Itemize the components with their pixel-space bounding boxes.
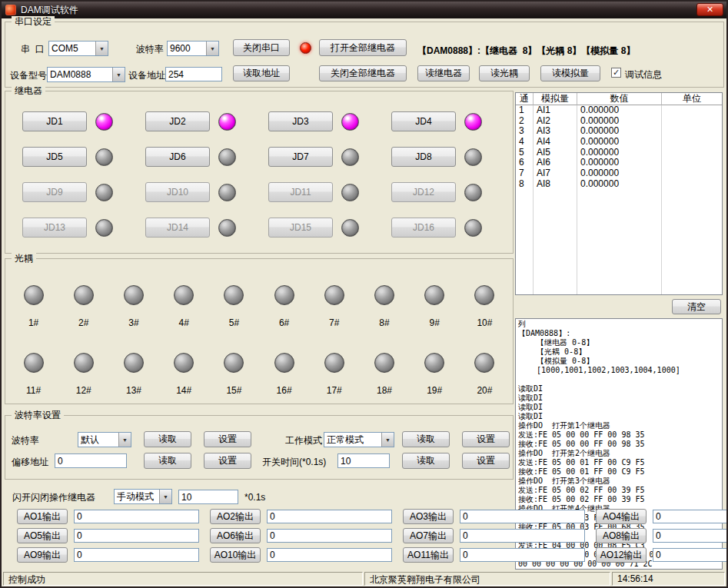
relay-cell: JD11 xyxy=(262,182,385,202)
analog-table-empty-cell xyxy=(662,263,722,274)
analog-table-empty-cell xyxy=(577,190,662,201)
offset-address-input[interactable] xyxy=(55,453,127,468)
analog-table-cell: 4 xyxy=(516,137,534,148)
switch-time-set-button[interactable]: 设置 xyxy=(462,453,510,469)
relay-button-jd7[interactable]: JD7 xyxy=(268,147,333,167)
ao12-output-input[interactable] xyxy=(653,548,728,562)
switch-time-read-button[interactable]: 读取 xyxy=(402,453,450,469)
device-address-input[interactable] xyxy=(165,67,222,81)
opto-label: 8# xyxy=(379,317,389,328)
relay-button-jd12[interactable]: JD12 xyxy=(391,182,456,202)
relay-light-jd11 xyxy=(341,184,359,201)
analog-table-empty-cell xyxy=(534,231,577,242)
baudrate-default-select[interactable]: 默认 ▼ xyxy=(78,432,131,447)
offset-read-button[interactable]: 读取 xyxy=(144,453,191,469)
relay-button-jd2[interactable]: JD2 xyxy=(145,111,210,131)
read-opto-button[interactable]: 读光耦 xyxy=(479,65,530,81)
clear-button[interactable]: 清空 xyxy=(672,299,721,314)
relay-button-jd16[interactable]: JD16 xyxy=(391,218,456,238)
relay-button-jd3[interactable]: JD3 xyxy=(268,111,333,131)
ao3-output-button[interactable]: AO3输出 xyxy=(403,509,454,524)
switch-time-input[interactable] xyxy=(337,453,390,468)
opto-label: 9# xyxy=(430,317,440,328)
opto-label: 11# xyxy=(26,385,41,396)
ao3-output-input[interactable] xyxy=(460,510,585,523)
analog-table: 通模拟量数值单位1AI10.0000002AI20.0000003AI30.00… xyxy=(515,92,723,295)
relay-button-jd6[interactable]: JD6 xyxy=(145,147,210,167)
opto-light-14 xyxy=(174,353,194,373)
work-mode-select[interactable]: 正常模式 ▼ xyxy=(324,432,394,447)
opto-light-13 xyxy=(124,353,144,373)
analog-table-cell: AI6 xyxy=(534,158,577,168)
ao7-output-input[interactable] xyxy=(460,529,585,543)
flash-time-input[interactable] xyxy=(178,490,238,504)
ao5-output-input[interactable] xyxy=(74,529,199,543)
close-all-relays-button[interactable]: 关闭全部继电器 xyxy=(319,65,407,81)
opto-label: 15# xyxy=(226,385,241,396)
analog-table-cell: 0.000000 xyxy=(577,179,662,190)
relay-button-jd14[interactable]: JD14 xyxy=(145,218,210,238)
ao6-output-input[interactable] xyxy=(267,529,392,543)
ao9-output-input[interactable] xyxy=(74,548,199,562)
close-serial-button[interactable]: 关闭串口 xyxy=(233,39,290,56)
analog-table-empty-cell xyxy=(577,231,662,242)
ao2-output-button[interactable]: AO2输出 xyxy=(210,509,261,524)
relay-light-jd8 xyxy=(464,148,482,166)
relay-button-jd4[interactable]: JD4 xyxy=(391,111,456,131)
relay-button-jd1[interactable]: JD1 xyxy=(22,111,87,131)
relay-button-jd11[interactable]: JD11 xyxy=(268,182,333,202)
relay-button-jd8[interactable]: JD8 xyxy=(391,147,456,167)
ao9-output-button[interactable]: AO9输出 xyxy=(17,547,68,563)
baud-select[interactable]: 9600 ▼ xyxy=(167,41,219,56)
close-button[interactable]: ✕ xyxy=(696,3,723,16)
flash-mode-select[interactable]: 手动模式 ▼ xyxy=(114,489,172,504)
ao2-output-input[interactable] xyxy=(267,510,392,523)
relay-button-jd10[interactable]: JD10 xyxy=(145,182,210,202)
ao8-output-button[interactable]: AO8输出 xyxy=(596,528,647,543)
relay-button-jd9[interactable]: JD9 xyxy=(22,182,87,202)
relay-light-jd1 xyxy=(95,113,113,131)
ao1-output-button[interactable]: AO1输出 xyxy=(17,509,68,524)
baudrate-set-button[interactable]: 设置 xyxy=(204,431,251,447)
analog-table-empty-cell xyxy=(577,242,662,253)
ao10-output-input[interactable] xyxy=(267,548,392,562)
analog-table-cell: AI5 xyxy=(534,148,577,158)
read-relays-button[interactable]: 读继电器 xyxy=(417,65,470,81)
ao5-output-button[interactable]: AO5输出 xyxy=(17,528,68,543)
ao11-output-input[interactable] xyxy=(460,548,585,562)
ao12-output-button[interactable]: AO12输出 xyxy=(596,547,647,563)
analog-table-cell xyxy=(662,137,722,148)
baudrate-read-button[interactable]: 读取 xyxy=(144,431,191,447)
read-address-button[interactable]: 读取地址 xyxy=(233,65,290,81)
analog-table-empty-cell xyxy=(516,274,534,284)
read-analog-button[interactable]: 读模拟量 xyxy=(540,65,600,81)
debug-info-checkbox[interactable]: ✓ xyxy=(611,68,621,78)
relay-button-jd15[interactable]: JD15 xyxy=(268,218,333,238)
relay-button-jd13[interactable]: JD13 xyxy=(22,218,87,238)
ao-cell: AO10输出 xyxy=(210,547,392,563)
ao4-output-button[interactable]: AO4输出 xyxy=(596,509,647,524)
ao6-output-button[interactable]: AO6输出 xyxy=(210,528,261,543)
opto-light-20 xyxy=(474,353,494,373)
ao1-output-input[interactable] xyxy=(74,510,199,523)
flash-section-title: 闪开闪闭操作继电器 xyxy=(12,491,95,504)
com-port-select[interactable]: COM5 ▼ xyxy=(48,41,108,56)
relay-light-jd4 xyxy=(464,113,482,131)
work-mode-read-button[interactable]: 读取 xyxy=(402,431,450,447)
analog-table-cell: AI4 xyxy=(534,137,577,148)
device-model-select[interactable]: DAM0888 ▼ xyxy=(47,67,125,82)
ao8-output-input[interactable] xyxy=(653,529,728,543)
offset-address-label: 偏移地址 xyxy=(12,456,48,469)
statusbar: 控制成功 北京聚英翱翔电子有限公司 14:56:14 xyxy=(2,571,726,586)
analog-table-cell: AI7 xyxy=(534,168,577,179)
ao4-output-input[interactable] xyxy=(653,510,728,523)
ao11-output-button[interactable]: AO11输出 xyxy=(403,547,454,563)
relay-button-jd5[interactable]: JD5 xyxy=(22,147,87,167)
ao7-output-button[interactable]: AO7输出 xyxy=(403,528,454,543)
analog-table-cell: AI8 xyxy=(534,179,577,190)
work-mode-set-button[interactable]: 设置 xyxy=(462,431,510,447)
ao10-output-button[interactable]: AO10输出 xyxy=(210,547,261,563)
open-all-relays-button[interactable]: 打开全部继电器 xyxy=(319,39,407,56)
relay-cell: JD7 xyxy=(262,147,385,167)
offset-set-button[interactable]: 设置 xyxy=(204,453,251,469)
